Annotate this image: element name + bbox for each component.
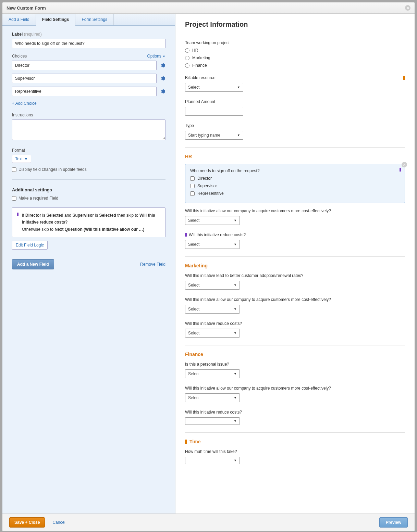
- choice-input-3[interactable]: [12, 87, 157, 96]
- gear-icon[interactable]: [160, 76, 165, 81]
- label-label: Label (required): [12, 32, 165, 37]
- selected-field-preview[interactable]: ✕ Who needs to sign off on the request? …: [185, 164, 405, 203]
- finance-section-heading: Finance: [185, 352, 405, 357]
- format-select[interactable]: Text▼: [12, 155, 31, 163]
- mkt-adoption-field: Will this initiative lead to better cust…: [185, 273, 405, 290]
- body: Add a Field Field Settings Form Settings…: [2, 14, 415, 514]
- save-close-button[interactable]: Save + Close: [9, 517, 45, 528]
- add-choice-link[interactable]: + Add Choice: [12, 101, 37, 106]
- divider: [185, 432, 405, 433]
- display-changes-checkbox[interactable]: Display field changes in update feeds: [12, 167, 165, 172]
- hr-acquire-field: Will this initiative allow our company t…: [185, 208, 405, 225]
- hr-reduce-field: Will this initiative reduce costs? Selec…: [185, 232, 405, 249]
- checkbox-supervisor[interactable]: Supervisor: [190, 183, 400, 188]
- preview-button[interactable]: Preview: [379, 517, 408, 528]
- type-field: Type Start typing name▼: [185, 123, 405, 140]
- checkbox-representitive[interactable]: Representitive: [190, 191, 400, 196]
- caret-down-icon: ▼: [237, 134, 240, 137]
- fin-acquire-field: Will this initiative allow our company t…: [185, 386, 405, 402]
- choice-row: [12, 74, 165, 83]
- hr-section-heading: HR: [185, 154, 405, 159]
- tab-field-settings[interactable]: Field Settings: [36, 14, 76, 26]
- caret-down-icon: ▼: [24, 156, 28, 161]
- footer-left: Save + Close Cancel: [9, 517, 65, 528]
- caret-down-icon: ▼: [234, 419, 237, 423]
- footer: Save + Close Cancel Preview: [2, 514, 415, 531]
- caret-down-icon: ▼: [234, 372, 237, 376]
- panel-content: Label (required) Choices Options ▼: [2, 26, 175, 276]
- tabs: Add a Field Field Settings Form Settings: [2, 14, 175, 26]
- fin-reduce-select[interactable]: ▼: [185, 417, 240, 425]
- checkbox[interactable]: [12, 167, 16, 172]
- caret-down-icon: ▼: [162, 55, 165, 58]
- caret-down-icon: ▼: [234, 243, 237, 246]
- logic-indicator-icon: [17, 213, 19, 216]
- gear-icon[interactable]: [160, 63, 165, 68]
- caret-down-icon: ▼: [234, 219, 237, 222]
- radio-hr[interactable]: HR: [185, 48, 405, 53]
- fin-reduce-field: Will this initiative reduce costs? ▼: [185, 410, 405, 425]
- tab-add-field[interactable]: Add a Field: [2, 14, 36, 25]
- divider: [12, 179, 165, 180]
- add-new-field-button[interactable]: Add a New Field: [12, 259, 54, 269]
- choice-input-1[interactable]: [12, 61, 157, 70]
- caret-down-icon: ▼: [234, 307, 237, 311]
- close-icon[interactable]: ✕: [405, 5, 410, 11]
- team-field: Team working on project HR Marketing Fin…: [185, 40, 405, 68]
- close-mini-icon[interactable]: ✕: [402, 162, 407, 167]
- mkt-reduce-select[interactable]: Select▼: [185, 329, 240, 338]
- options-link[interactable]: Options ▼: [147, 54, 165, 59]
- choice-row: [12, 61, 165, 70]
- planned-input[interactable]: [185, 107, 243, 116]
- logic-box: If Director is Selected and Supervisor i…: [12, 207, 165, 237]
- logic-indicator-icon: [185, 233, 187, 237]
- edit-field-logic-button[interactable]: Edit Field Logic: [12, 241, 48, 250]
- type-select[interactable]: Start typing name▼: [185, 131, 243, 140]
- billable-select[interactable]: Select▼: [185, 83, 243, 92]
- time-select[interactable]: ▼: [185, 457, 240, 464]
- fin-personal-select[interactable]: Select▼: [185, 369, 240, 378]
- make-required-checkbox[interactable]: Make a required Field: [12, 196, 165, 201]
- checkbox-director[interactable]: Director: [190, 176, 400, 181]
- gear-icon[interactable]: [160, 89, 165, 94]
- planned-field: Planned Amount: [185, 99, 405, 116]
- additional-settings-title: Additional settings: [12, 187, 165, 192]
- mkt-adoption-select[interactable]: Select▼: [185, 281, 240, 290]
- billable-field: Billable resource Select▼: [185, 75, 405, 92]
- divider: [185, 147, 405, 148]
- radio-finance[interactable]: Finance: [185, 63, 405, 68]
- instructions-label: Instructions: [12, 113, 165, 117]
- modal: New Custom Form ✕ Add a Field Field Sett…: [2, 2, 415, 531]
- label-input[interactable]: [12, 39, 165, 48]
- hr-acquire-select[interactable]: Select▼: [185, 216, 240, 225]
- fin-acquire-select[interactable]: Select▼: [185, 393, 240, 402]
- caret-down-icon: ▼: [237, 86, 240, 89]
- logic-indicator-icon: [400, 168, 401, 172]
- remove-field-link[interactable]: Remove Field: [140, 262, 165, 267]
- divider: [185, 256, 405, 257]
- mkt-reduce-field: Will this initiative reduce costs? Selec…: [185, 321, 405, 338]
- time-section-heading: Time: [185, 439, 405, 444]
- divider: [185, 345, 405, 345]
- titlebar: New Custom Form ✕: [2, 2, 415, 14]
- caret-down-icon: ▼: [234, 283, 237, 287]
- mkt-acquire-field: Will this initiative allow our company t…: [185, 297, 405, 314]
- required-indicator-icon: [403, 76, 405, 80]
- mkt-acquire-select[interactable]: Select▼: [185, 305, 240, 314]
- logic-text: If Director is Selected and Supervisor i…: [22, 212, 160, 233]
- radio-marketing[interactable]: Marketing: [185, 55, 405, 60]
- divider: [185, 34, 405, 34]
- form-title: Project Information: [185, 21, 405, 28]
- caret-down-icon: ▼: [234, 331, 237, 335]
- fin-personal-field: Is this a personal issue? Select▼: [185, 362, 405, 378]
- cancel-link[interactable]: Cancel: [52, 520, 65, 525]
- choice-input-2[interactable]: [12, 74, 157, 83]
- caret-down-icon: ▼: [234, 459, 237, 462]
- tab-form-settings[interactable]: Form Settings: [75, 14, 114, 25]
- caret-down-icon: ▼: [234, 396, 237, 400]
- instructions-textarea[interactable]: [12, 119, 165, 140]
- modal-title: New Custom Form: [7, 5, 46, 11]
- marketing-section-heading: Marketing: [185, 263, 405, 268]
- checkbox[interactable]: [12, 196, 16, 201]
- hr-reduce-select[interactable]: Select▼: [185, 240, 240, 249]
